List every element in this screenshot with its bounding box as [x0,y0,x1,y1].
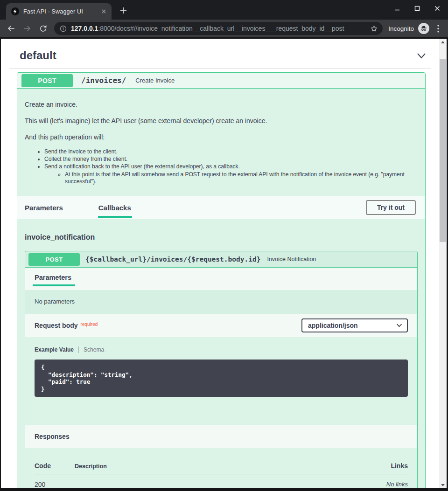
browser-menu-icon[interactable] [433,22,443,35]
scrollbar-thumb[interactable] [440,59,446,242]
fastapi-favicon-icon [11,7,19,15]
scrollbar-track[interactable] [439,45,447,482]
description-paragraph: And this path operation will: [25,132,418,142]
col-description: Description [75,463,391,470]
address-bar[interactable]: 127.0.0.1:8000/docs#//invoice_notificati… [54,22,383,35]
table-row: 200 Successful Response No links [35,475,408,488]
response-links: No links [386,481,408,488]
operation-description: Create an invoice. This will (let's imag… [17,89,425,196]
chevron-down-icon[interactable] [417,53,426,59]
tab-callbacks[interactable]: Callbacks [98,204,131,212]
section-divider [9,69,431,69]
incognito-label: Incognito [388,25,414,32]
browser-toolbar: 127.0.0.1:8000/docs#//invoice_notificati… [0,20,448,37]
request-body-row: Request body required application/json [25,314,417,337]
active-tab-underline [98,216,132,218]
tab-strip: Fast API - Swagger UI [0,0,448,20]
callback-summary-text: Invoice Notification [267,256,316,263]
callback-tab-parameters-label: Parameters [35,274,71,281]
tag-section-title: default [20,49,56,62]
select-chevron-icon [396,324,402,327]
tab-close-icon[interactable] [99,7,108,16]
callback-path: {$callback_url}/invoices/{$request.body.… [85,256,260,263]
tab-schema[interactable]: Schema [84,346,104,353]
description-paragraph: This will (let's imagine) let the API us… [25,116,418,125]
callback-tab-parameters[interactable]: Parameters [35,274,71,281]
scroll-down-icon[interactable] [439,482,447,488]
site-info-icon[interactable] [60,25,67,32]
callbacks-section: invoice_notification POST {$callback_url… [17,219,425,488]
method-badge: POST [21,74,73,87]
active-tab-underline [33,284,75,286]
swagger-page: default POST /invoices/ Create Invoice C… [1,39,439,488]
browser-tab[interactable]: Fast API - Swagger UI [6,3,112,20]
tab-parameters[interactable]: Parameters [25,204,63,212]
back-icon[interactable] [5,22,18,35]
tab-title: Fast API - Swagger UI [23,8,99,15]
forward-icon[interactable] [21,22,34,35]
bullet-item: Collect the money from the client. [44,156,418,163]
opblock-summary-text: Create Invoice [135,77,175,84]
example-tabs: Example Value Schema [35,346,408,353]
responses-header: Responses [25,425,417,448]
bullet-item: Send the invoice to the client. [44,148,418,155]
url-text: 127.0.0.1:8000/docs#//invoice_notificati… [71,25,370,32]
content-type-value: application/json [308,322,396,329]
tab-example-value[interactable]: Example Value [35,346,74,353]
col-code: Code [35,462,75,470]
operation-tab-row: Parameters Callbacks Try it out [17,196,425,219]
bookmark-star-icon[interactable] [370,25,378,33]
new-tab-button[interactable] [117,4,129,16]
tab-callbacks-label: Callbacks [98,204,131,212]
tag-section-header[interactable]: default [1,39,439,62]
callback-name: invoice_notification [25,233,418,242]
reload-icon[interactable] [36,22,49,35]
description-bullet-list: Send the invoice to the client. Collect … [25,148,418,185]
opblock-path: /invoices/ [81,76,126,85]
page-scrollbar[interactable] [439,39,447,488]
col-links: Links [391,462,408,470]
sub-bullet-item: At this point is that the API will someh… [65,171,418,185]
minimize-icon[interactable] [394,5,400,12]
callback-method-badge: POST [28,253,80,266]
opblock-summary[interactable]: POST /invoices/ Create Invoice [17,73,425,89]
callback-summary[interactable]: POST {$callback_url}/invoices/{$request.… [25,251,417,268]
response-description: Successful Response [75,481,386,488]
tab-separator [78,346,79,353]
try-it-out-button[interactable]: Try it out [366,200,416,215]
request-body-label: Request body [35,322,78,329]
responses-title: Responses [35,433,70,440]
incognito-icon [418,23,429,34]
browser-window: Fast API - Swagger UI [0,0,448,491]
example-code-block[interactable]: { "description": "string", "paid": true … [35,360,408,397]
responses-table-header: Code Description Links [35,462,408,470]
scroll-up-icon[interactable] [439,39,447,45]
close-icon[interactable] [434,5,441,12]
content-type-select[interactable]: application/json [301,318,408,332]
bullet-item: Send a notification back to the API user… [44,163,418,170]
responses-table: Code Description Links 200 Successful Re… [25,448,417,488]
no-parameters-text: No parameters [25,290,417,314]
page-viewport: default POST /invoices/ Create Invoice C… [0,37,448,491]
description-paragraph: Create an invoice. [25,100,418,109]
maximize-icon[interactable] [414,5,420,12]
required-badge: required [81,322,98,327]
request-body-example-section: Example Value Schema { "description": "s… [25,337,417,425]
callback-tab-row: Parameters [25,268,417,290]
window-controls [394,5,441,12]
callback-opblock: POST {$callback_url}/invoices/{$request.… [25,251,418,488]
url-host: 127.0.0.1 [71,25,98,32]
description-sub-bullet-list: At this point is that the API will someh… [44,171,418,185]
response-code: 200 [35,481,75,488]
opblock-post-invoices: POST /invoices/ Create Invoice Create an… [17,72,426,488]
url-path: :8000/docs#//invoice_notification__callb… [98,25,344,32]
